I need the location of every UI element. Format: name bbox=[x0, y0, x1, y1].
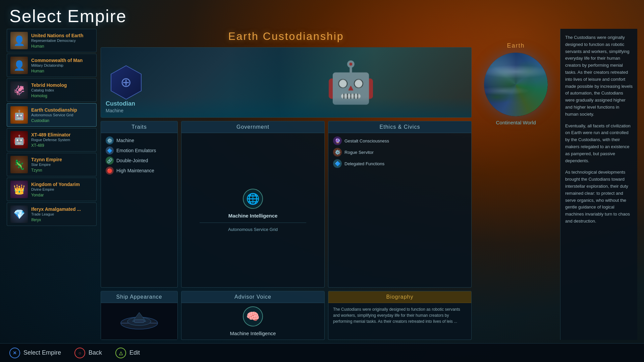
empire-avatar-ife: 💎 bbox=[10, 205, 28, 223]
ship-image bbox=[101, 303, 177, 340]
empire-type-ife: Trade League bbox=[31, 212, 93, 216]
advisor-label: Machine Intelligence bbox=[230, 330, 276, 336]
trait-icon: ⚙️ bbox=[106, 136, 114, 144]
cards-row-2: Ship Appearance Advisor bbox=[101, 291, 472, 340]
page: Select Empire 👤 United Nations of Earth … bbox=[0, 0, 644, 362]
empire-species-ife: Iferyx bbox=[31, 218, 93, 222]
sidebar-item-xt4[interactable]: 🤖 XT-489 Eliminator Rogue Defense System… bbox=[7, 128, 97, 152]
empire-name-tzy: Tzynn Empire bbox=[31, 157, 93, 162]
empire-avatar-une: 👤 bbox=[10, 32, 28, 49]
banner-area: ⊕ 🤖 Custodian Machine bbox=[101, 47, 472, 118]
sidebar-item-cus[interactable]: 🤖 Earth Custodianship Autonomous Service… bbox=[7, 103, 97, 127]
empire-avatar-cus: 🤖 bbox=[10, 106, 28, 124]
back-button[interactable]: ○ Back bbox=[74, 348, 102, 358]
traits-card: Traits ⚙️ Machine 🔷 Emotion Emulators 🔗 … bbox=[101, 121, 178, 288]
custodian-sub: Machine bbox=[106, 108, 135, 113]
empire-info-teb: Tebrid Homolog Catalog Index Homolog bbox=[31, 82, 93, 98]
empire-avatar-tzy: 🦎 bbox=[10, 156, 28, 173]
select-cross-icon: ✕ bbox=[9, 348, 20, 358]
trait-label: Machine bbox=[116, 138, 134, 143]
sidebar-item-kyo[interactable]: 👑 Kingdom of Yondarim Divine Empire Yond… bbox=[7, 178, 97, 201]
trait-item-double-jointed: 🔗 Double-Jointed bbox=[106, 157, 173, 165]
center-panel: Earth Custodianship ⊕ bbox=[101, 29, 472, 340]
empire-info-ife: Iferyx Amalgamated ... Trade League Ifer… bbox=[31, 206, 93, 222]
sidebar: 👤 United Nations of Earth Representative… bbox=[7, 29, 97, 340]
empire-info-cus: Earth Custodianship Autonomous Service G… bbox=[31, 107, 93, 123]
traits-body: ⚙️ Machine 🔷 Emotion Emulators 🔗 Double-… bbox=[101, 133, 177, 287]
empire-species-kyo: Yondar bbox=[31, 193, 93, 197]
biography-text: The Custodians were originally designed … bbox=[333, 306, 467, 324]
ethics-body: 🔮 Gestalt Consciousness ⚙️ Rogue Servito… bbox=[328, 133, 471, 287]
empire-name-ife: Iferyx Amalgamated ... bbox=[31, 206, 93, 212]
empire-type-kyo: Divine Empire bbox=[31, 187, 93, 191]
empire-name-teb: Tebrid Homolog bbox=[31, 82, 93, 88]
empire-type-teb: Catalog Index bbox=[31, 88, 93, 92]
empire-name-une: United Nations of Earth bbox=[31, 33, 93, 38]
empire-name-com: Commonwealth of Man bbox=[31, 58, 93, 63]
empire-type-tzy: Star Empire bbox=[31, 163, 93, 167]
header: Select Empire bbox=[0, 0, 644, 29]
empire-species-tzy: Tzynn bbox=[31, 168, 93, 173]
ethics-header: Ethics & Civics bbox=[328, 121, 471, 133]
page-title: Select Empire bbox=[9, 6, 635, 26]
empire-avatar-xt4: 🤖 bbox=[10, 131, 28, 148]
ethics-card: Ethics & Civics 🔮 Gestalt Consciousness … bbox=[328, 121, 472, 288]
planet-sphere bbox=[484, 53, 548, 116]
select-empire-button[interactable]: ✕ Select Empire bbox=[9, 348, 61, 358]
ship-header: Ship Appearance bbox=[101, 291, 177, 303]
traits-header: Traits bbox=[101, 121, 177, 133]
empire-type-cus: Autonomous Service Grid bbox=[31, 113, 93, 117]
ethic-item-rogue-servitor: ⚙️ Rogue Servitor bbox=[333, 148, 467, 157]
empire-info-kyo: Kingdom of Yondarim Divine Empire Yondar bbox=[31, 182, 93, 197]
empire-info-tzy: Tzynn Empire Star Empire Tzynn bbox=[31, 157, 93, 173]
empire-species-cus: Custodian bbox=[31, 118, 93, 123]
bottom-bar: ✕ Select Empire ○ Back △ Edit bbox=[0, 343, 644, 362]
sidebar-item-com[interactable]: 👤 Commonwealth of Man Military Dictators… bbox=[7, 54, 97, 77]
back-label: Back bbox=[89, 349, 102, 356]
svg-text:⊕: ⊕ bbox=[120, 75, 132, 89]
empire-info-une: United Nations of Earth Representative D… bbox=[31, 33, 93, 49]
ethic-item-gestalt-consciousness: 🔮 Gestalt Consciousness bbox=[333, 136, 467, 145]
empire-info-com: Commonwealth of Man Military Dictatorshi… bbox=[31, 58, 93, 73]
trait-label: High Maintenance bbox=[116, 168, 154, 173]
government-icon: 🌐 bbox=[243, 189, 263, 209]
trait-item-high-maintenance: 🔴 High Maintenance bbox=[106, 167, 173, 175]
edit-button[interactable]: △ Edit bbox=[115, 348, 140, 358]
description-paragraph-1: Eventually, all facets of civilization o… bbox=[565, 123, 633, 165]
sidebar-item-ife[interactable]: 💎 Iferyx Amalgamated ... Trade League If… bbox=[7, 202, 97, 226]
select-empire-label: Select Empire bbox=[23, 349, 61, 356]
empire-type-xt4: Rogue Defense System bbox=[31, 138, 93, 142]
sidebar-item-tzy[interactable]: 🦎 Tzynn Empire Star Empire Tzynn bbox=[7, 153, 97, 176]
sidebar-item-teb[interactable]: 🦑 Tebrid Homolog Catalog Index Homolog bbox=[7, 78, 97, 102]
empire-type-une: Representative Democracy bbox=[31, 39, 93, 43]
edit-label: Edit bbox=[129, 349, 140, 356]
planet-panel: Earth Continental World bbox=[476, 29, 556, 340]
sidebar-item-une[interactable]: 👤 United Nations of Earth Representative… bbox=[7, 29, 97, 52]
empire-species-com: Human bbox=[31, 69, 93, 73]
empire-name-kyo: Kingdom of Yondarim bbox=[31, 182, 93, 187]
trait-icon: 🔴 bbox=[106, 167, 114, 175]
government-sub: Autonomous Service Grid bbox=[228, 227, 278, 232]
ethic-item-delegated-functions: 🔷 Delegated Functions bbox=[333, 159, 467, 168]
cards-row-1: Traits ⚙️ Machine 🔷 Emotion Emulators 🔗 … bbox=[101, 121, 472, 288]
biography-body: The Custodians were originally designed … bbox=[328, 303, 471, 340]
description-panel: The Custodians were originally designed … bbox=[560, 29, 637, 340]
empire-title: Earth Custodianship bbox=[101, 29, 472, 44]
empire-name-xt4: XT-489 Eliminator bbox=[31, 132, 93, 137]
ethic-icon: ⚙️ bbox=[333, 148, 342, 157]
empire-emblem: ⊕ bbox=[108, 64, 145, 101]
trait-label: Emotion Emulators bbox=[116, 148, 156, 153]
trait-item-emotion-emulators: 🔷 Emotion Emulators bbox=[106, 146, 173, 155]
ethic-label: Delegated Functions bbox=[344, 161, 384, 166]
planet-type: Continental World bbox=[496, 120, 536, 125]
advisor-header: Advisor Voice bbox=[181, 291, 324, 303]
planet-name: Earth bbox=[507, 42, 525, 49]
trait-icon: 🔷 bbox=[106, 146, 114, 155]
government-main: Machine Intelligence bbox=[228, 213, 278, 219]
custodian-label-container: Custodian Machine bbox=[106, 100, 135, 113]
edit-triangle-icon: △ bbox=[115, 348, 126, 358]
government-body: 🌐 Machine Intelligence Autonomous Servic… bbox=[181, 133, 324, 287]
empire-info-xt4: XT-489 Eliminator Rogue Defense System X… bbox=[31, 132, 93, 148]
empire-species-xt4: XT-489 bbox=[31, 143, 93, 148]
ethic-icon: 🔷 bbox=[333, 159, 342, 168]
